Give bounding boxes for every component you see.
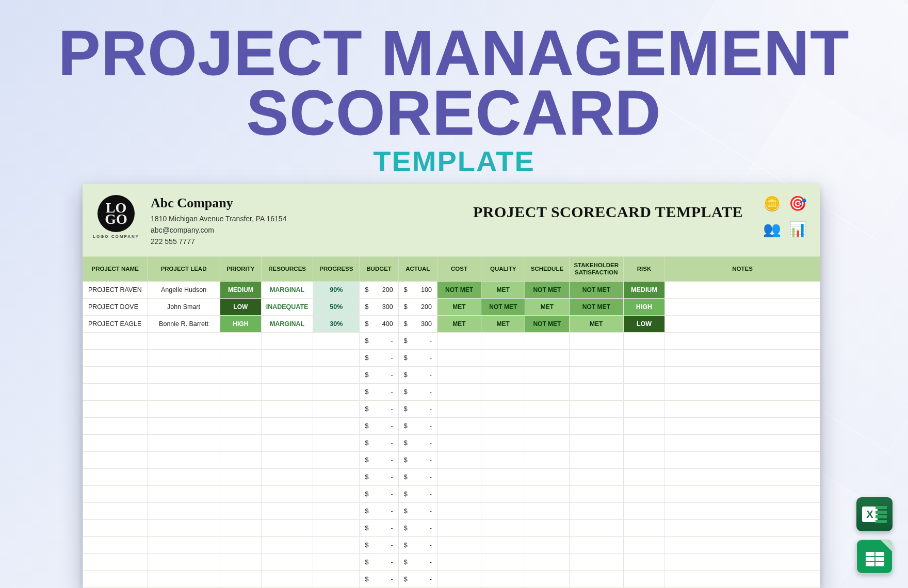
cell-empty	[481, 400, 525, 417]
cell-progress: 50%	[313, 298, 360, 315]
cell-empty	[83, 468, 148, 485]
col-header: QUALITY	[481, 257, 525, 281]
cell-empty	[481, 349, 525, 366]
cell-empty	[569, 434, 623, 451]
cell-empty	[437, 400, 481, 417]
cell-empty	[220, 349, 261, 366]
cell-empty	[569, 366, 623, 383]
cell-empty	[569, 383, 623, 400]
col-header: RESOURCES	[261, 257, 313, 281]
cell-empty	[261, 553, 313, 570]
logo-circle: LO GO	[98, 195, 135, 232]
cell-empty	[261, 349, 313, 366]
cell-empty	[148, 536, 220, 553]
cell-empty	[148, 570, 220, 587]
cell-empty-money: $-	[398, 536, 437, 553]
cell-empty	[220, 468, 261, 485]
cell-empty	[481, 519, 525, 536]
cell-empty	[313, 451, 360, 468]
table-row-empty: $-$-	[83, 536, 820, 553]
company-name: Abc Company	[151, 193, 286, 214]
cell-empty	[220, 485, 261, 502]
cell-empty	[623, 383, 664, 400]
cell-empty	[481, 451, 525, 468]
cell-empty	[525, 502, 569, 519]
cell-empty-money: $-	[360, 383, 398, 400]
table-row-empty: $-$-	[83, 502, 820, 519]
cell-resources: MARGINAL	[261, 281, 313, 298]
cell-project-name: PROJECT DOVE	[83, 298, 148, 315]
cell-empty	[313, 332, 360, 349]
table-row-empty: $-$-	[83, 366, 820, 383]
cell-empty	[481, 553, 525, 570]
cell-empty	[569, 400, 623, 417]
page-header: PROJECT MANAGEMENT SCORECARD TEMPLATE Tr…	[0, 0, 908, 208]
cell-project-name: PROJECT RAVEN	[83, 281, 148, 298]
cell-empty	[148, 400, 220, 417]
cell-empty	[623, 332, 664, 349]
cell-empty	[437, 366, 481, 383]
cell-stakeholder: MET	[569, 315, 623, 332]
table-header-row: PROJECT NAMEPROJECT LEADPRIORITYRESOURCE…	[83, 257, 820, 281]
cell-empty	[261, 502, 313, 519]
company-header: LO GO LOGO COMPANY Abc Company 1810 Mich…	[83, 184, 820, 256]
cell-empty	[220, 434, 261, 451]
cell-empty	[148, 349, 220, 366]
people-icon: 👥	[760, 218, 783, 240]
cell-empty	[525, 485, 569, 502]
cell-empty	[313, 417, 360, 434]
cell-priority: LOW	[220, 298, 261, 315]
cell-empty	[220, 502, 261, 519]
cell-empty-money: $-	[398, 570, 437, 587]
cell-empty-money: $-	[398, 383, 437, 400]
cell-empty	[525, 383, 569, 400]
cell-notes	[665, 281, 820, 298]
cell-empty	[525, 332, 569, 349]
cell-empty	[220, 553, 261, 570]
cell-empty	[437, 417, 481, 434]
cell-empty	[313, 570, 360, 587]
table-row-empty: $-$-	[83, 451, 820, 468]
cell-empty	[623, 349, 664, 366]
chart-icon: 📊	[786, 218, 809, 240]
cell-empty	[148, 553, 220, 570]
cell-notes	[665, 315, 820, 332]
cell-empty	[525, 570, 569, 587]
cell-quality: MET	[481, 315, 525, 332]
cell-empty-money: $-	[398, 553, 437, 570]
cell-empty-money: $-	[360, 553, 398, 570]
cell-project-name: PROJECT EAGLE	[83, 315, 148, 332]
cell-empty	[148, 519, 220, 536]
cell-empty	[525, 519, 569, 536]
cell-empty	[569, 570, 623, 587]
cell-empty	[623, 502, 664, 519]
cell-empty	[623, 553, 664, 570]
cell-empty	[220, 536, 261, 553]
cell-actual: $300	[398, 315, 437, 332]
cell-empty	[261, 485, 313, 502]
cell-empty	[313, 366, 360, 383]
cell-empty	[665, 468, 820, 485]
cell-empty-money: $-	[360, 485, 398, 502]
cell-empty	[665, 536, 820, 553]
cell-empty	[261, 332, 313, 349]
cell-empty	[623, 417, 664, 434]
cell-empty	[569, 485, 623, 502]
cell-empty-money: $-	[360, 434, 398, 451]
target-icon: 🎯	[786, 192, 809, 215]
cell-empty	[623, 519, 664, 536]
cell-empty	[437, 519, 481, 536]
table-row-empty: $-$-	[83, 332, 820, 349]
cell-empty	[525, 468, 569, 485]
cell-empty	[83, 332, 148, 349]
cell-empty	[665, 366, 820, 383]
cell-empty-money: $-	[398, 417, 437, 434]
cell-risk: HIGH	[623, 298, 664, 315]
cell-empty	[261, 536, 313, 553]
cell-empty	[525, 366, 569, 383]
cell-empty	[220, 383, 261, 400]
cell-empty	[261, 434, 313, 451]
cell-empty	[148, 502, 220, 519]
title-main: PROJECT MANAGEMENT SCORECARD	[15, 24, 893, 143]
cell-empty	[525, 400, 569, 417]
